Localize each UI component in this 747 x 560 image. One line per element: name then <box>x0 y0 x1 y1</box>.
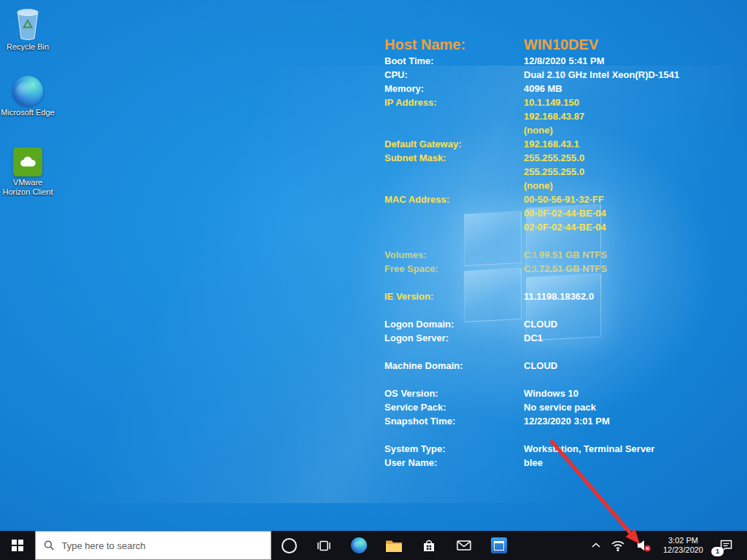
pinned-app-button[interactable] <box>481 531 516 560</box>
bginfo-label: CPU: <box>384 68 524 82</box>
mail-button[interactable] <box>446 531 481 560</box>
vmware-horizon-icon <box>1 143 55 176</box>
bginfo-value: CLOUD <box>524 317 727 331</box>
bginfo-label: System Type: <box>384 442 524 456</box>
bginfo-value: 192.168.43.1 <box>524 137 727 151</box>
file-explorer-button[interactable] <box>376 531 411 560</box>
system-tray: 3:02 PM 12/23/2020 1 <box>587 531 747 560</box>
desktop-icon-recycle-bin[interactable]: Recycle Bin <box>1 7 55 52</box>
desktop-icon-vmware-horizon[interactable]: VMware Horizon Client <box>1 143 55 197</box>
bginfo-label: User Name: <box>384 456 524 470</box>
bginfo-value: Workstation, Terminal Server <box>524 442 727 456</box>
bginfo-value: 02-0F-02-44-BE-04 <box>524 220 727 234</box>
bginfo-value: 12/23/2020 3:01 PM <box>524 414 727 428</box>
search-icon <box>44 540 55 551</box>
bginfo-label: OS Version: <box>384 386 524 400</box>
bginfo-value: WIN10DEV <box>524 35 727 54</box>
bginfo-label: IP Address: <box>384 96 524 109</box>
notification-badge: 1 <box>711 547 724 556</box>
bginfo-label: Memory: <box>384 82 524 96</box>
bginfo-row: 255.255.255.0 <box>384 165 727 179</box>
clock-time: 3:02 PM <box>668 536 698 545</box>
bginfo-value: 4096 MB <box>524 82 727 96</box>
bginfo-row: 00-0F-02-44-BE-04 <box>384 206 727 220</box>
bginfo-row: Memory:4096 MB <box>384 82 727 96</box>
bginfo-label: Logon Domain: <box>384 317 524 331</box>
bginfo-label <box>384 220 524 234</box>
clock-date: 12/23/2020 <box>663 545 703 555</box>
bginfo-row <box>384 345 727 359</box>
taskbar-clock[interactable]: 3:02 PM 12/23/2020 <box>657 531 710 560</box>
bginfo-value: Windows 10 <box>524 386 727 400</box>
bginfo-value: Dual 2.10 GHz Intel Xeon(R)D-1541 <box>524 68 727 82</box>
desktop-icon-label: Recycle Bin <box>1 42 55 52</box>
bginfo-value: No service pack <box>524 400 727 414</box>
bginfo-value: 10.1.149.150 <box>524 96 727 109</box>
bginfo-label: Snapshot Time: <box>384 414 524 428</box>
bginfo-row <box>384 428 727 442</box>
bginfo-label: Boot Time: <box>384 54 524 68</box>
bginfo-label: IE Version: <box>384 289 524 303</box>
bginfo-label: Host Name: <box>384 35 524 54</box>
bginfo-value: C:\ 99.51 GB NTFS <box>524 248 727 262</box>
cortana-icon <box>282 538 297 553</box>
bginfo-row: (none) <box>384 123 727 137</box>
store-icon <box>422 538 436 553</box>
bginfo-label: Service Pack: <box>384 400 524 414</box>
bginfo-label: Logon Server: <box>384 331 524 345</box>
tray-overflow-button[interactable] <box>587 531 605 560</box>
wifi-icon <box>611 539 625 552</box>
bginfo-row: Boot Time:12/8/2020 5:41 PM <box>384 54 727 68</box>
bginfo-row <box>384 234 727 248</box>
search-input[interactable] <box>61 540 263 552</box>
task-view-button[interactable] <box>306 531 341 560</box>
desktop-icon-microsoft-edge[interactable]: Microsoft Edge <box>1 73 55 117</box>
bginfo-row: OS Version:Windows 10 <box>384 386 727 400</box>
action-center-button[interactable]: 1 <box>710 531 743 560</box>
bginfo-row <box>384 276 727 289</box>
start-button[interactable] <box>0 531 35 560</box>
bginfo-row: Snapshot Time:12/23/2020 3:01 PM <box>384 414 727 428</box>
bginfo-label <box>384 206 524 220</box>
bginfo-row: (none) <box>384 179 727 192</box>
bginfo-label: MAC Address: <box>384 192 524 206</box>
bginfo-row: Free Space:C:\ 72.51 GB NTFS <box>384 262 727 276</box>
taskbar: 3:02 PM 12/23/2020 1 <box>0 531 747 560</box>
edge-icon <box>351 537 367 553</box>
bginfo-value: CLOUD <box>524 359 727 373</box>
bginfo-value: blee <box>524 456 727 470</box>
bginfo-row <box>384 303 727 317</box>
task-view-icon <box>317 540 331 552</box>
recycle-bin-icon <box>1 7 55 41</box>
bginfo-label: Volumes: <box>384 248 524 262</box>
windows-start-icon <box>12 540 23 551</box>
bginfo-value: (none) <box>524 123 727 137</box>
chevron-up-icon <box>592 542 600 548</box>
microsoft-store-button[interactable] <box>411 531 446 560</box>
bginfo-row: Service Pack:No service pack <box>384 400 727 414</box>
bginfo-value: DC1 <box>524 331 727 345</box>
volume-tray-button[interactable] <box>630 531 657 560</box>
bginfo-row: Default Gateway:192.168.43.1 <box>384 137 727 151</box>
bginfo-row: MAC Address:00-50-56-91-32-FF <box>384 192 727 206</box>
bginfo-value: 255.255.255.0 <box>524 151 727 165</box>
cortana-button[interactable] <box>271 531 306 560</box>
bginfo-value: 192.168.43.87 <box>524 109 727 123</box>
bginfo-row: Volumes:C:\ 99.51 GB NTFS <box>384 248 727 262</box>
taskbar-search[interactable] <box>35 531 271 560</box>
bginfo-label <box>384 123 524 137</box>
bginfo-row: Machine Domain:CLOUD <box>384 359 727 373</box>
bginfo-row: User Name:blee <box>384 456 727 470</box>
volume-muted-icon <box>635 538 651 553</box>
bginfo-row: Host Name:WIN10DEV <box>384 35 727 54</box>
edge-taskbar-button[interactable] <box>341 531 376 560</box>
bginfo-value: C:\ 72.51 GB NTFS <box>524 262 727 276</box>
bginfo-row: Subnet Mask:255.255.255.0 <box>384 151 727 165</box>
network-tray-button[interactable] <box>605 531 630 560</box>
desktop-icon-label: Microsoft Edge <box>1 108 55 117</box>
app-window-icon <box>491 537 507 553</box>
bginfo-row: System Type:Workstation, Terminal Server <box>384 442 727 456</box>
bginfo-label: Subnet Mask: <box>384 151 524 165</box>
bginfo-block: Host Name:WIN10DEVBoot Time:12/8/2020 5:… <box>384 35 727 470</box>
desktop-icon-label: VMware Horizon Client <box>1 178 55 197</box>
